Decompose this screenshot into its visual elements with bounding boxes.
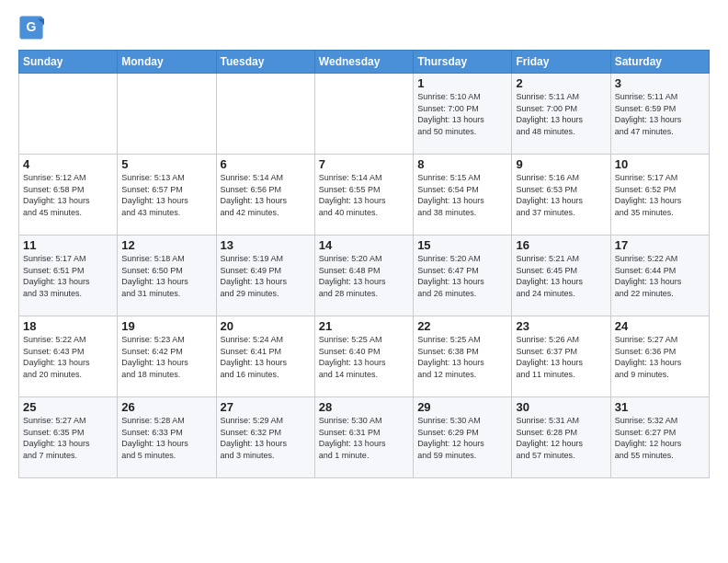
day-number: 3 — [615, 76, 705, 90]
calendar-cell: 11Sunrise: 5:17 AM Sunset: 6:51 PM Dayli… — [19, 236, 118, 316]
day-number: 10 — [615, 157, 705, 171]
calendar-cell: 25Sunrise: 5:27 AM Sunset: 6:35 PM Dayli… — [19, 397, 118, 478]
day-number: 6 — [221, 157, 311, 171]
calendar-cell — [314, 74, 413, 155]
day-number: 26 — [121, 400, 211, 414]
cell-info: Sunrise: 5:11 AM Sunset: 6:59 PM Dayligh… — [615, 91, 705, 137]
calendar-header: SundayMondayTuesdayWednesdayThursdayFrid… — [19, 51, 710, 74]
logo-icon: G — [18, 15, 44, 40]
day-number: 8 — [417, 157, 507, 171]
day-number: 18 — [23, 319, 113, 333]
day-number: 25 — [23, 400, 113, 414]
day-number: 17 — [615, 238, 705, 252]
cell-info: Sunrise: 5:11 AM Sunset: 7:00 PM Dayligh… — [516, 91, 606, 137]
day-header: Wednesday — [314, 51, 413, 74]
calendar-cell: 17Sunrise: 5:22 AM Sunset: 6:44 PM Dayli… — [610, 236, 709, 316]
calendar-cell — [19, 74, 118, 155]
cell-info: Sunrise: 5:13 AM Sunset: 6:57 PM Dayligh… — [121, 172, 211, 218]
calendar-cell: 9Sunrise: 5:16 AM Sunset: 6:53 PM Daylig… — [512, 155, 610, 236]
calendar-week: 25Sunrise: 5:27 AM Sunset: 6:35 PM Dayli… — [19, 397, 710, 478]
day-number: 20 — [221, 319, 311, 333]
cell-info: Sunrise: 5:20 AM Sunset: 6:47 PM Dayligh… — [417, 253, 507, 299]
day-header: Friday — [512, 51, 610, 74]
svg-text:G: G — [27, 19, 37, 34]
cell-info: Sunrise: 5:24 AM Sunset: 6:41 PM Dayligh… — [221, 334, 311, 380]
cell-info: Sunrise: 5:21 AM Sunset: 6:45 PM Dayligh… — [516, 253, 606, 299]
calendar-cell: 1Sunrise: 5:10 AM Sunset: 7:00 PM Daylig… — [414, 74, 512, 155]
cell-info: Sunrise: 5:22 AM Sunset: 6:43 PM Dayligh… — [23, 334, 113, 380]
calendar-cell: 28Sunrise: 5:30 AM Sunset: 6:31 PM Dayli… — [314, 397, 413, 478]
calendar-cell: 3Sunrise: 5:11 AM Sunset: 6:59 PM Daylig… — [610, 74, 709, 155]
cell-info: Sunrise: 5:29 AM Sunset: 6:32 PM Dayligh… — [221, 415, 311, 461]
calendar-cell: 21Sunrise: 5:25 AM Sunset: 6:40 PM Dayli… — [314, 316, 413, 397]
cell-info: Sunrise: 5:27 AM Sunset: 6:35 PM Dayligh… — [23, 415, 113, 461]
calendar-cell: 18Sunrise: 5:22 AM Sunset: 6:43 PM Dayli… — [19, 316, 118, 397]
calendar-cell: 13Sunrise: 5:19 AM Sunset: 6:49 PM Dayli… — [216, 236, 314, 316]
calendar-week: 18Sunrise: 5:22 AM Sunset: 6:43 PM Dayli… — [19, 316, 710, 397]
calendar-cell: 20Sunrise: 5:24 AM Sunset: 6:41 PM Dayli… — [216, 316, 314, 397]
day-number: 15 — [417, 238, 507, 252]
calendar-cell: 5Sunrise: 5:13 AM Sunset: 6:57 PM Daylig… — [118, 155, 216, 236]
calendar-cell: 15Sunrise: 5:20 AM Sunset: 6:47 PM Dayli… — [414, 236, 512, 316]
day-number: 30 — [516, 400, 606, 414]
calendar-cell — [216, 74, 314, 155]
calendar-cell: 19Sunrise: 5:23 AM Sunset: 6:42 PM Dayli… — [118, 316, 216, 397]
calendar-cell: 4Sunrise: 5:12 AM Sunset: 6:58 PM Daylig… — [19, 155, 118, 236]
calendar-cell: 27Sunrise: 5:29 AM Sunset: 6:32 PM Dayli… — [216, 397, 314, 478]
calendar-week: 1Sunrise: 5:10 AM Sunset: 7:00 PM Daylig… — [19, 74, 710, 155]
calendar-cell: 31Sunrise: 5:32 AM Sunset: 6:27 PM Dayli… — [610, 397, 709, 478]
calendar-cell: 12Sunrise: 5:18 AM Sunset: 6:50 PM Dayli… — [118, 236, 216, 316]
cell-info: Sunrise: 5:10 AM Sunset: 7:00 PM Dayligh… — [417, 91, 507, 137]
day-header: Sunday — [19, 51, 118, 74]
day-header: Thursday — [414, 51, 512, 74]
cell-info: Sunrise: 5:19 AM Sunset: 6:49 PM Dayligh… — [221, 253, 311, 299]
cell-info: Sunrise: 5:32 AM Sunset: 6:27 PM Dayligh… — [615, 415, 705, 461]
calendar-cell: 14Sunrise: 5:20 AM Sunset: 6:48 PM Dayli… — [314, 236, 413, 316]
cell-info: Sunrise: 5:27 AM Sunset: 6:36 PM Dayligh… — [615, 334, 705, 380]
cell-info: Sunrise: 5:22 AM Sunset: 6:44 PM Dayligh… — [615, 253, 705, 299]
day-number: 24 — [615, 319, 705, 333]
cell-info: Sunrise: 5:30 AM Sunset: 6:29 PM Dayligh… — [417, 415, 507, 461]
cell-info: Sunrise: 5:30 AM Sunset: 6:31 PM Dayligh… — [319, 415, 409, 461]
day-number: 16 — [516, 238, 606, 252]
day-header: Tuesday — [216, 51, 314, 74]
calendar-page: G SundayMondayTuesdayWednesdayThursdayFr… — [0, 0, 728, 489]
cell-info: Sunrise: 5:18 AM Sunset: 6:50 PM Dayligh… — [121, 253, 211, 299]
day-number: 12 — [121, 238, 211, 252]
day-number: 9 — [516, 157, 606, 171]
calendar-cell: 24Sunrise: 5:27 AM Sunset: 6:36 PM Dayli… — [610, 316, 709, 397]
cell-info: Sunrise: 5:15 AM Sunset: 6:54 PM Dayligh… — [417, 172, 507, 218]
day-number: 13 — [221, 238, 311, 252]
day-number: 4 — [23, 157, 113, 171]
calendar-body: 1Sunrise: 5:10 AM Sunset: 7:00 PM Daylig… — [19, 74, 710, 478]
header: G — [18, 15, 710, 40]
cell-info: Sunrise: 5:25 AM Sunset: 6:38 PM Dayligh… — [417, 334, 507, 380]
day-number: 7 — [319, 157, 409, 171]
logo: G — [18, 15, 48, 40]
calendar-table: SundayMondayTuesdayWednesdayThursdayFrid… — [18, 50, 710, 478]
calendar-week: 4Sunrise: 5:12 AM Sunset: 6:58 PM Daylig… — [19, 155, 710, 236]
day-number: 27 — [221, 400, 311, 414]
day-number: 11 — [23, 238, 113, 252]
calendar-cell: 6Sunrise: 5:14 AM Sunset: 6:56 PM Daylig… — [216, 155, 314, 236]
cell-info: Sunrise: 5:14 AM Sunset: 6:56 PM Dayligh… — [221, 172, 311, 218]
day-number: 2 — [516, 76, 606, 90]
cell-info: Sunrise: 5:23 AM Sunset: 6:42 PM Dayligh… — [121, 334, 211, 380]
day-number: 23 — [516, 319, 606, 333]
day-number: 19 — [121, 319, 211, 333]
calendar-cell: 29Sunrise: 5:30 AM Sunset: 6:29 PM Dayli… — [414, 397, 512, 478]
calendar-cell: 7Sunrise: 5:14 AM Sunset: 6:55 PM Daylig… — [314, 155, 413, 236]
cell-info: Sunrise: 5:17 AM Sunset: 6:52 PM Dayligh… — [615, 172, 705, 218]
calendar-cell: 16Sunrise: 5:21 AM Sunset: 6:45 PM Dayli… — [512, 236, 610, 316]
cell-info: Sunrise: 5:12 AM Sunset: 6:58 PM Dayligh… — [23, 172, 113, 218]
cell-info: Sunrise: 5:26 AM Sunset: 6:37 PM Dayligh… — [516, 334, 606, 380]
day-number: 21 — [319, 319, 409, 333]
day-number: 14 — [319, 238, 409, 252]
calendar-cell: 10Sunrise: 5:17 AM Sunset: 6:52 PM Dayli… — [610, 155, 709, 236]
day-number: 5 — [121, 157, 211, 171]
calendar-cell — [118, 74, 216, 155]
cell-info: Sunrise: 5:28 AM Sunset: 6:33 PM Dayligh… — [121, 415, 211, 461]
cell-info: Sunrise: 5:25 AM Sunset: 6:40 PM Dayligh… — [319, 334, 409, 380]
day-number: 29 — [417, 400, 507, 414]
cell-info: Sunrise: 5:31 AM Sunset: 6:28 PM Dayligh… — [516, 415, 606, 461]
